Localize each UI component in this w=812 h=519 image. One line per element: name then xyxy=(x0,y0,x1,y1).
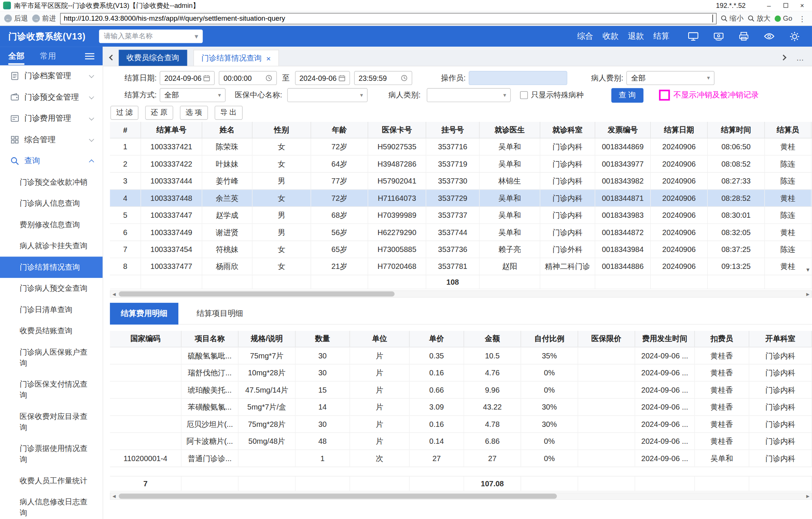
time-from-input[interactable]: 00:00:00 xyxy=(219,71,277,85)
url-bar[interactable] xyxy=(60,13,717,24)
table-row[interactable]: 瑞舒伐他汀...10mg*28片30片0.164.760%2024-09-06 … xyxy=(110,364,812,381)
scroll-right-icon[interactable]: ▶ xyxy=(804,291,811,296)
go-button[interactable]: Go xyxy=(775,15,792,23)
print-icon[interactable] xyxy=(739,32,749,41)
date-from-input[interactable]: 2024-09-06 xyxy=(160,71,214,85)
close-tab-icon[interactable]: × xyxy=(266,54,271,62)
column-header[interactable]: 数量 xyxy=(295,331,350,347)
restore-button[interactable]: 还 原 xyxy=(145,106,173,120)
table-row[interactable]: 31003337444姜竹峰男77岁H579020413537730林锦生门诊内… xyxy=(110,173,812,190)
main-table-hscrollbar[interactable]: ◀ ▶ xyxy=(110,290,812,297)
column-header[interactable]: 国家编码 xyxy=(110,331,181,347)
forward-button[interactable]: → 前进 xyxy=(32,14,56,23)
scrollbar-thumb[interactable] xyxy=(119,291,395,297)
tabs-scroll-left[interactable] xyxy=(105,49,119,66)
column-header[interactable]: 结算日期 xyxy=(651,122,708,138)
sidebar-submenu-item[interactable]: 病人信息修改日志查询 xyxy=(0,492,103,519)
nav-settle[interactable]: 结算 xyxy=(653,31,669,42)
table-row[interactable]: 21003337422叶妹妹女64岁H394872863537719吴单和门诊内… xyxy=(110,156,812,173)
tabs-more-button[interactable]: … xyxy=(793,49,807,66)
gear-icon[interactable] xyxy=(790,31,800,41)
scrollbar-thumb[interactable] xyxy=(119,493,557,499)
column-header[interactable]: 规格/说明 xyxy=(239,331,296,347)
operator-input[interactable] xyxy=(469,71,567,85)
options-button[interactable]: 选 项 xyxy=(180,106,208,120)
column-header[interactable]: 年龄 xyxy=(311,122,368,138)
column-header[interactable]: 金额 xyxy=(464,331,521,347)
table-row[interactable]: 61003337449谢进贤男56岁H622792903537744吴单和门诊内… xyxy=(110,224,812,241)
column-header[interactable]: 发票编号 xyxy=(595,122,651,138)
hamburger-icon[interactable] xyxy=(85,53,94,59)
sidebar-submenu-item[interactable]: 收费人员工作量统计 xyxy=(0,470,103,492)
table-row[interactable]: 41003337448余兰英女72岁H711640733537729吴单和门诊内… xyxy=(110,190,812,207)
sidebar-group-fee[interactable]: 门诊费用管理 xyxy=(0,108,103,129)
filter-button[interactable]: 过 滤 xyxy=(111,106,138,120)
patient-type-select[interactable]: ▾ xyxy=(427,88,511,102)
browser-more-icon[interactable]: ⋮ xyxy=(797,14,808,23)
special-disease-checkbox[interactable] xyxy=(520,91,528,99)
sidebar-submenu-item[interactable]: 门诊病人信息查询 xyxy=(0,193,103,214)
column-header[interactable]: 结算时间 xyxy=(708,122,765,138)
hide-reversal-checkbox[interactable] xyxy=(659,90,670,100)
minimize-button[interactable]: – xyxy=(762,0,776,11)
sidebar-submenu-item[interactable]: 病人就诊卡挂失查询 xyxy=(0,235,103,257)
column-header[interactable]: 性别 xyxy=(252,122,311,138)
menu-search-select[interactable]: 请输入菜单名称 ▾ xyxy=(99,30,203,43)
payment-icon[interactable] xyxy=(713,32,724,41)
column-header[interactable]: 开单科室 xyxy=(749,331,812,347)
column-header[interactable]: 费用发生时间 xyxy=(635,331,695,347)
scroll-right-icon[interactable]: ▶ xyxy=(804,494,811,498)
column-header[interactable]: # xyxy=(110,122,141,138)
column-header[interactable]: 结算员 xyxy=(765,122,812,138)
table-row[interactable]: 11003337421陈荣珠女72岁H590275353537716吴单和门诊内… xyxy=(110,138,812,155)
sidebar-submenu-item[interactable]: 门诊预交金收款冲销 xyxy=(0,171,103,193)
table-row[interactable]: 阿卡波糖片(...50mg/48片48片0.146.860%2024-09-06… xyxy=(110,433,812,450)
detail-table-hscrollbar[interactable]: ◀ ▶ xyxy=(110,493,812,500)
date-to-input[interactable]: 2024-09-06 xyxy=(295,71,350,85)
column-header[interactable]: 自付比例 xyxy=(521,331,578,347)
export-button[interactable]: 导 出 xyxy=(214,106,242,120)
nav-comprehensive[interactable]: 综合 xyxy=(577,31,593,42)
sidebar-submenu-item[interactable]: 门诊病人医保账户查询 xyxy=(0,341,103,373)
sidebar-submenu-item[interactable]: 收费员结账查询 xyxy=(0,320,103,342)
scroll-down-icon[interactable]: ▼ xyxy=(805,267,810,273)
sidebar-group-prepay[interactable]: 门诊预交金管理 xyxy=(0,86,103,108)
table-row[interactable]: 81003337477杨雨欣女21岁H770204683537781赵阳精神二科… xyxy=(110,258,812,275)
table-row[interactable]: 苯磺酸氨氯...5mg*7片/盒14片3.0943.2230%2024-09-0… xyxy=(110,399,812,416)
eye-icon[interactable] xyxy=(764,32,775,40)
tabs-scroll-right[interactable] xyxy=(777,49,790,66)
nav-refund[interactable]: 退款 xyxy=(628,31,644,42)
sidebar-group-query[interactable]: 查询 xyxy=(0,150,103,172)
sidebar-submenu-item[interactable]: 门诊病人预交金查询 xyxy=(0,278,103,299)
table-row[interactable]: 硫酸氢氯吡...75mg*7片30片0.3510.535%2024-09-06 … xyxy=(110,348,812,364)
url-input[interactable] xyxy=(64,15,712,23)
column-header[interactable]: 单位 xyxy=(350,331,409,347)
column-header[interactable]: 就诊医生 xyxy=(480,122,540,138)
sidebar-group-archives[interactable]: 门诊档案管理 xyxy=(0,65,103,87)
table-row[interactable]: 110200001-4普通门诊诊...1次27270%2024-09-06 ..… xyxy=(110,450,812,467)
settle-method-select[interactable]: 全部 ▾ xyxy=(160,88,225,102)
monitor-icon[interactable] xyxy=(688,32,699,41)
column-header[interactable]: 挂号号 xyxy=(426,122,480,138)
sidebar-submenu-item[interactable]: 医保收费对应目录查询 xyxy=(0,406,103,438)
sidebar-group-manage[interactable]: 综合管理 xyxy=(0,129,103,150)
back-button[interactable]: ← 后退 xyxy=(4,14,28,23)
table-row[interactable]: 51003337447赵学成男68岁H703999893537737吴单和门诊内… xyxy=(110,207,812,224)
center-select[interactable]: ▾ xyxy=(287,88,368,102)
tab-settlement-query[interactable]: 门诊结算情况查询 × xyxy=(193,50,279,66)
sidebar-submenu-item[interactable]: 门诊医保支付情况查询 xyxy=(0,374,103,406)
tab-cashier-query[interactable]: 收费员综合查询 xyxy=(119,50,187,66)
nav-collect[interactable]: 收款 xyxy=(602,31,619,42)
maximize-button[interactable] xyxy=(779,0,792,11)
zoom-out-button[interactable]: 缩小 xyxy=(721,14,744,23)
close-button[interactable]: × xyxy=(795,0,809,11)
column-header[interactable]: 就诊科室 xyxy=(540,122,595,138)
table-row[interactable]: 厄贝沙坦片(...75mg*28片30片0.164.7830%2024-09-0… xyxy=(110,416,812,433)
table-row[interactable]: 71003337454符桃妹女65岁H730058853537736赖子亮门诊外… xyxy=(110,241,812,258)
column-header[interactable]: 结算单号 xyxy=(141,122,202,138)
time-to-input[interactable]: 23:59:59 xyxy=(354,71,412,85)
scroll-left-icon[interactable]: ◀ xyxy=(111,494,118,498)
scroll-left-icon[interactable]: ◀ xyxy=(111,291,118,296)
tab-fee-detail[interactable]: 结算费用明细 xyxy=(110,302,178,324)
sidebar-submenu-item[interactable]: 门诊结算情况查询 xyxy=(0,256,103,278)
